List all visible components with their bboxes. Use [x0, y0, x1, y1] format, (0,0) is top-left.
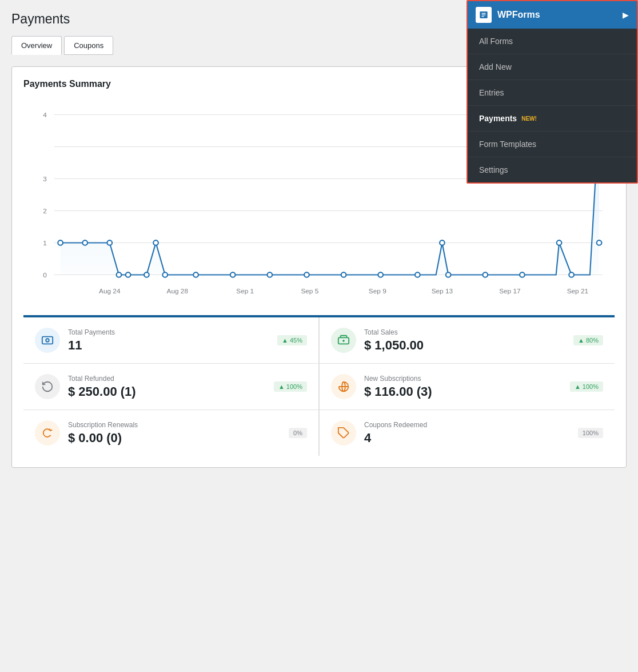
tab-coupons[interactable]: Coupons	[64, 36, 113, 55]
dropdown-item-all-forms[interactable]: All Forms	[468, 29, 637, 54]
total-sales-icon	[331, 328, 356, 353]
dropdown-title: WPForms	[497, 10, 540, 20]
dropdown-label-settings: Settings	[479, 165, 508, 174]
chart-point	[162, 272, 168, 277]
chart-point	[304, 272, 309, 277]
y-label-1: 1	[43, 239, 47, 247]
subscription-renewals-label: Subscription Renewals	[68, 421, 281, 429]
chart-point	[440, 240, 445, 245]
coupons-redeemed-info: Coupons Redeemed 4	[364, 421, 570, 446]
dropdown-item-add-new[interactable]: Add New	[468, 54, 637, 80]
chart-point	[341, 272, 346, 277]
stat-total-payments: Total Payments 11 ▲ 45%	[23, 317, 319, 364]
new-subscriptions-value: $ 116.00 (3)	[364, 384, 562, 399]
x-label-sep13: Sep 13	[432, 287, 453, 295]
chart-point	[58, 240, 63, 245]
total-refunded-info: Total Refunded $ 250.00 (1)	[68, 375, 266, 399]
dropdown-label-add-new: Add New	[479, 62, 512, 71]
total-refunded-label: Total Refunded	[68, 375, 266, 383]
subscription-renewals-badge: 0%	[289, 428, 307, 438]
chart-point	[107, 240, 112, 245]
chart-point	[193, 272, 198, 277]
new-subscriptions-info: New Subscriptions $ 116.00 (3)	[364, 375, 562, 399]
y-label-2: 2	[43, 207, 47, 215]
coupons-redeemed-badge: 100%	[578, 428, 603, 438]
total-refunded-icon	[35, 374, 60, 399]
total-sales-value: $ 1,050.00	[364, 338, 565, 353]
svg-point-7	[46, 339, 49, 342]
y-label-0: 0	[43, 271, 47, 279]
tab-overview[interactable]: Overview	[11, 36, 62, 55]
x-label-sep1: Sep 1	[236, 287, 254, 295]
total-payments-icon	[35, 328, 60, 353]
total-sales-info: Total Sales $ 1,050.00	[364, 328, 565, 353]
dropdown-label-payments: Payments	[479, 114, 517, 123]
total-sales-label: Total Sales	[364, 328, 565, 336]
dropdown-label-all-forms: All Forms	[479, 37, 513, 46]
dropdown-item-payments[interactable]: Payments NEW!	[468, 106, 637, 132]
stat-total-refunded: Total Refunded $ 250.00 (1) ▲ 100%	[23, 364, 319, 410]
wpforms-dropdown: WPForms ▶ All Forms Add New Entries Paym…	[466, 0, 638, 184]
chart-point	[117, 272, 122, 277]
x-label-sep17: Sep 17	[499, 287, 521, 295]
chart-point	[557, 240, 562, 245]
stat-subscription-renewals: Subscription Renewals $ 0.00 (0) 0%	[23, 410, 319, 456]
stat-total-sales: Total Sales $ 1,050.00 ▲ 80%	[319, 317, 615, 364]
dropdown-label-entries: Entries	[479, 88, 504, 97]
svg-rect-6	[42, 337, 53, 344]
chart-point	[82, 240, 87, 245]
x-label-aug24: Aug 24	[99, 287, 121, 295]
y-label-4: 4	[43, 111, 47, 119]
stat-new-subscriptions: New Subscriptions $ 116.00 (3) ▲ 100%	[319, 364, 615, 410]
dropdown-collapse-arrow[interactable]: ▶	[623, 10, 629, 19]
chart-point	[144, 272, 149, 277]
chart-point	[126, 272, 131, 277]
coupons-redeemed-icon	[331, 420, 356, 446]
payments-new-badge: NEW!	[521, 116, 537, 122]
total-refunded-badge: ▲ 100%	[274, 381, 307, 392]
dropdown-header-left: WPForms	[476, 7, 540, 23]
total-payments-info: Total Payments 11	[68, 328, 269, 353]
total-payments-label: Total Payments	[68, 328, 269, 336]
subscription-renewals-icon	[35, 420, 60, 446]
x-label-sep5: Sep 5	[301, 287, 318, 295]
chart-point	[483, 272, 488, 277]
dropdown-item-settings[interactable]: Settings	[468, 157, 637, 182]
chart-point	[569, 272, 574, 277]
dropdown-header[interactable]: WPForms ▶	[468, 1, 637, 29]
stats-grid: Total Payments 11 ▲ 45% Total Sales	[23, 316, 615, 456]
chart-point	[378, 272, 383, 277]
subscription-renewals-value: $ 0.00 (0)	[68, 431, 281, 446]
total-payments-value: 11	[68, 338, 269, 353]
wpforms-logo-icon	[476, 7, 492, 23]
chart-point	[597, 240, 602, 245]
x-label-sep21: Sep 21	[567, 287, 589, 295]
chart-point	[415, 272, 420, 277]
stat-coupons-redeemed: Coupons Redeemed 4 100%	[319, 410, 615, 456]
coupons-redeemed-value: 4	[364, 431, 570, 446]
x-label-aug28: Aug 28	[167, 287, 189, 295]
total-refunded-value: $ 250.00 (1)	[68, 384, 266, 399]
total-payments-badge: ▲ 45%	[277, 335, 307, 345]
new-subscriptions-icon	[331, 374, 356, 399]
dropdown-item-entries[interactable]: Entries	[468, 80, 637, 106]
dropdown-menu: All Forms Add New Entries Payments NEW! …	[468, 29, 637, 182]
dropdown-label-form-templates: Form Templates	[479, 140, 536, 149]
new-subscriptions-label: New Subscriptions	[364, 375, 562, 383]
chart-point	[230, 272, 236, 277]
y-label-3: 3	[43, 175, 47, 183]
chart-point	[153, 240, 158, 245]
coupons-redeemed-label: Coupons Redeemed	[364, 421, 570, 429]
x-label-sep9: Sep 9	[369, 287, 386, 295]
total-sales-badge: ▲ 80%	[573, 335, 603, 345]
new-subscriptions-badge: ▲ 100%	[570, 381, 603, 392]
subscription-renewals-info: Subscription Renewals $ 0.00 (0)	[68, 421, 281, 446]
chart-point	[268, 272, 273, 277]
card-title: Payments Summary	[23, 79, 111, 89]
chart-point	[520, 272, 525, 277]
chart-point	[446, 272, 451, 277]
dropdown-item-form-templates[interactable]: Form Templates	[468, 132, 637, 157]
